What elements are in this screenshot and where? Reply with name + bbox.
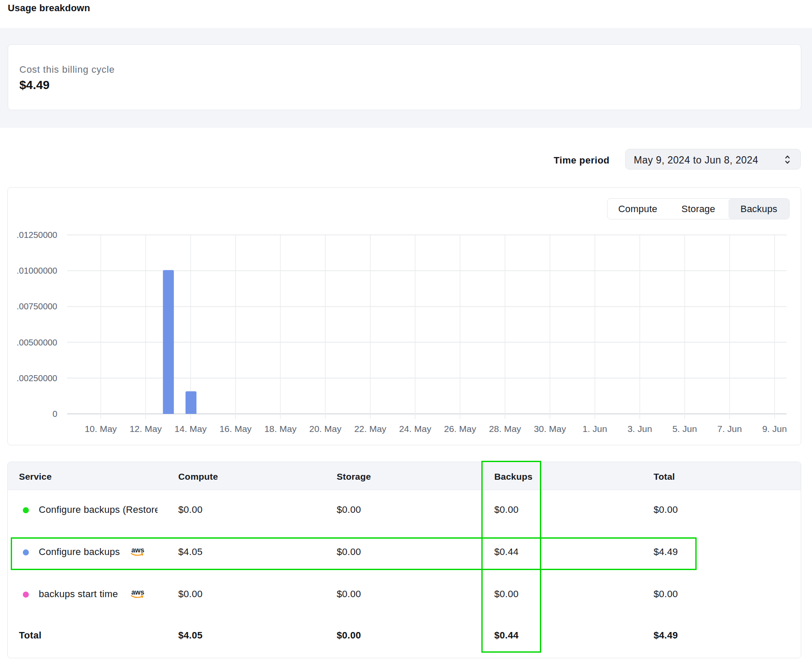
svg-text:1. Jun: 1. Jun	[583, 424, 607, 434]
svg-text:9. Jun: 9. Jun	[762, 424, 787, 434]
svg-text:10. May: 10. May	[85, 424, 117, 434]
svg-text:14. May: 14. May	[174, 424, 207, 434]
svg-text:18. May: 18. May	[264, 424, 297, 434]
svg-text:30. May: 30. May	[534, 424, 566, 434]
svg-text:.01000000: .01000000	[16, 266, 57, 275]
svg-text:20. May: 20. May	[309, 424, 341, 434]
svg-text:0: 0	[53, 409, 57, 419]
svg-text:16. May: 16. May	[220, 424, 252, 434]
svg-text:22. May: 22. May	[354, 424, 387, 434]
svg-text:7. Jun: 7. Jun	[717, 424, 742, 434]
svg-text:.01250000: .01250000	[16, 230, 57, 240]
svg-text:.00250000: .00250000	[16, 373, 57, 383]
svg-text:26. May: 26. May	[444, 424, 476, 434]
svg-text:12. May: 12. May	[130, 424, 162, 434]
svg-text:.00750000: .00750000	[16, 302, 57, 311]
svg-text:3. Jun: 3. Jun	[627, 424, 652, 434]
svg-text:aws: aws	[131, 589, 144, 596]
svg-text:28. May: 28. May	[489, 424, 521, 434]
svg-text:.00500000: .00500000	[16, 338, 57, 347]
svg-text:5. Jun: 5. Jun	[673, 424, 697, 434]
svg-text:24. May: 24. May	[399, 424, 431, 434]
